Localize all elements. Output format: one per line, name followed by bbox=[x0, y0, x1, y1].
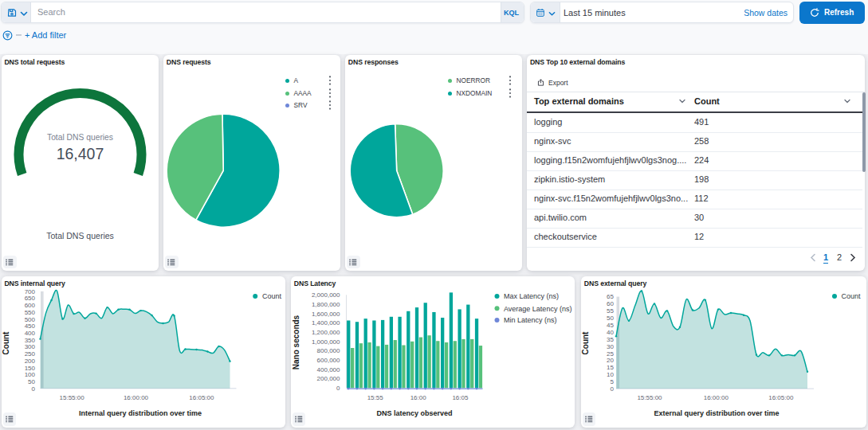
svg-text:450: 450 bbox=[25, 322, 36, 330]
svg-text:16,407: 16,407 bbox=[57, 145, 104, 162]
svg-text:600: 600 bbox=[25, 302, 36, 309]
svg-text:DNS latency observed: DNS latency observed bbox=[376, 409, 452, 417]
svg-text:External query distribution ov: External query distribution over time bbox=[654, 409, 779, 417]
svg-text:1,400,000: 1,400,000 bbox=[312, 319, 340, 326]
svg-text:Count: Count bbox=[581, 331, 590, 355]
svg-text:65: 65 bbox=[607, 293, 614, 300]
svg-text:Min Latency (ns): Min Latency (ns) bbox=[504, 316, 557, 324]
svg-text:500: 500 bbox=[25, 316, 36, 323]
svg-text:250: 250 bbox=[25, 350, 36, 358]
svg-text:16:00: 16:00 bbox=[410, 394, 427, 401]
svg-text:Average Latency (ns): Average Latency (ns) bbox=[504, 305, 571, 313]
svg-text:16:05: 16:05 bbox=[452, 394, 469, 401]
svg-text:Internal query distribution ov: Internal query distribution over time bbox=[79, 409, 202, 417]
svg-text:400: 400 bbox=[25, 330, 36, 337]
svg-text:50: 50 bbox=[607, 315, 614, 322]
svg-text:Count: Count bbox=[842, 292, 862, 300]
svg-text:20: 20 bbox=[607, 357, 614, 364]
svg-text:15: 15 bbox=[607, 364, 614, 371]
svg-text:400,000: 400,000 bbox=[317, 366, 340, 373]
svg-text:15:55:00: 15:55:00 bbox=[637, 394, 662, 401]
svg-text:16:00:00: 16:00:00 bbox=[124, 394, 149, 401]
svg-text:1,200,000: 1,200,000 bbox=[312, 329, 340, 336]
svg-text:550: 550 bbox=[25, 309, 36, 316]
svg-text:700: 700 bbox=[25, 288, 36, 295]
svg-text:10: 10 bbox=[607, 371, 614, 378]
svg-text:Total DNS queries: Total DNS queries bbox=[46, 231, 114, 240]
svg-text:40: 40 bbox=[607, 329, 614, 336]
svg-text:0: 0 bbox=[611, 385, 615, 393]
svg-text:50: 50 bbox=[28, 378, 35, 385]
svg-text:16:05:00: 16:05:00 bbox=[189, 394, 214, 401]
svg-text:Count: Count bbox=[262, 292, 282, 300]
svg-text:1,800,000: 1,800,000 bbox=[312, 301, 340, 308]
svg-text:650: 650 bbox=[25, 295, 36, 302]
svg-text:100: 100 bbox=[25, 371, 36, 378]
svg-text:200,000: 200,000 bbox=[317, 375, 340, 382]
svg-text:Max Latency (ns): Max Latency (ns) bbox=[504, 292, 559, 300]
svg-text:150: 150 bbox=[25, 365, 36, 372]
svg-text:30: 30 bbox=[607, 343, 614, 350]
svg-text:2,000,000: 2,000,000 bbox=[312, 291, 340, 299]
svg-text:Nano seconds: Nano seconds bbox=[292, 315, 300, 369]
svg-text:1,000,000: 1,000,000 bbox=[312, 338, 340, 346]
svg-text:1,600,000: 1,600,000 bbox=[312, 311, 340, 318]
svg-text:15:55:00: 15:55:00 bbox=[60, 394, 85, 401]
svg-text:45: 45 bbox=[607, 322, 614, 329]
svg-text:Total DNS queries: Total DNS queries bbox=[47, 133, 113, 142]
svg-text:35: 35 bbox=[607, 336, 614, 343]
svg-text:16:05:00: 16:05:00 bbox=[768, 394, 794, 401]
svg-text:0: 0 bbox=[336, 385, 340, 392]
svg-text:200: 200 bbox=[25, 358, 36, 365]
svg-text:25: 25 bbox=[607, 350, 614, 358]
svg-text:Count: Count bbox=[2, 331, 10, 355]
svg-text:16:00:00: 16:00:00 bbox=[704, 394, 729, 401]
svg-text:5: 5 bbox=[611, 378, 615, 385]
svg-text:300: 300 bbox=[25, 343, 36, 350]
svg-text:600,000: 600,000 bbox=[317, 357, 340, 364]
svg-text:55: 55 bbox=[607, 307, 614, 315]
svg-text:0: 0 bbox=[32, 385, 36, 393]
svg-text:350: 350 bbox=[25, 337, 36, 344]
svg-text:15:55: 15:55 bbox=[367, 394, 384, 401]
svg-text:800,000: 800,000 bbox=[317, 347, 340, 354]
svg-text:60: 60 bbox=[607, 300, 614, 307]
